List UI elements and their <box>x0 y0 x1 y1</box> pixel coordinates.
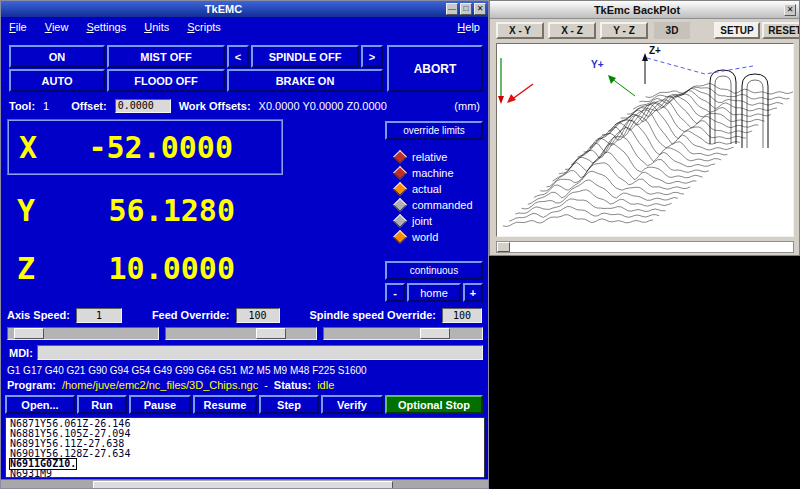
setup-button[interactable]: SETUP <box>714 22 760 39</box>
run-button[interactable]: Run <box>77 395 127 414</box>
jog-plus-button[interactable]: + <box>463 283 483 302</box>
work-offsets-value: X0.0000 Y0.0000 Z0.0000 <box>259 100 387 112</box>
dro-y-value: 56.1280 <box>35 193 283 228</box>
radio-label: world <box>412 231 438 243</box>
view-3d-button[interactable]: 3D <box>654 22 690 39</box>
jog-mode-continuous-button[interactable]: continuous <box>385 261 483 280</box>
tool-row: Tool: 1 Offset: Work Offsets: X0.0000 Y0… <box>9 97 480 114</box>
radio-label: relative <box>412 151 447 163</box>
menu-help[interactable]: Help <box>457 21 480 33</box>
program-line: N6931M9 <box>10 469 480 479</box>
radio-diamond-commanded <box>393 198 407 212</box>
spindle-decrease-button[interactable]: < <box>227 45 249 68</box>
program-separator: - <box>264 379 268 391</box>
radio-label: machine <box>412 167 454 179</box>
dro-z-value: 10.0000 <box>35 251 283 286</box>
program-path: /home/juve/emc2/nc_files/3D_Chips.ngc <box>62 379 258 391</box>
backplot-title: TkEmc BackPlot <box>490 4 784 16</box>
view-xz-button[interactable]: X - Z <box>548 22 596 39</box>
view-xy-button[interactable]: X - Y <box>496 22 544 39</box>
program-line: N6901Y56.128Z-27.634 <box>10 449 480 459</box>
menubar: File View Settings Units Scripts Help <box>1 17 488 37</box>
open-button[interactable]: Open... <box>5 395 75 414</box>
radio-label: commanded <box>412 199 473 211</box>
menu-settings[interactable]: Settings <box>86 21 126 33</box>
tool-label: Tool: <box>9 100 35 112</box>
scrollbar-thumb[interactable] <box>93 481 393 489</box>
feed-override-slider-thumb[interactable] <box>256 328 286 339</box>
backplot-horizontal-scrollbar[interactable] <box>496 241 794 253</box>
program-row: Program: /home/juve/emc2/nc_files/3D_Chi… <box>7 379 484 391</box>
window-title: TkEMC <box>1 3 446 15</box>
jog-minus-button[interactable]: - <box>385 283 405 302</box>
feed-override-value: 100 <box>236 308 280 323</box>
brake-button[interactable]: BRAKE ON <box>227 69 383 92</box>
program-horizontal-scrollbar[interactable] <box>1 479 489 489</box>
verify-button[interactable]: Verify <box>321 395 383 414</box>
reset-button[interactable]: RESET <box>762 22 800 39</box>
pause-button[interactable]: Pause <box>129 395 191 414</box>
radio-relative[interactable]: relative <box>393 149 473 165</box>
menu-view[interactable]: View <box>45 21 69 33</box>
spindle-override-slider-thumb[interactable] <box>420 328 450 339</box>
z-axis-label: Z+ <box>649 45 661 56</box>
machine-on-button[interactable]: ON <box>9 45 105 68</box>
feed-override-slider[interactable] <box>165 327 317 340</box>
override-limits-button[interactable]: override limits <box>385 121 483 140</box>
view-yz-button[interactable]: Y - Z <box>600 22 648 39</box>
mode-auto-button[interactable]: AUTO <box>9 69 105 92</box>
home-button[interactable]: home <box>407 283 461 302</box>
minimize-icon[interactable]: — <box>446 3 458 15</box>
mist-button[interactable]: MIST OFF <box>107 45 225 68</box>
flood-button[interactable]: FLOOD OFF <box>107 69 225 92</box>
radio-world[interactable]: world <box>393 229 473 245</box>
spindle-override-slider[interactable] <box>323 327 483 340</box>
units-label: (mm) <box>454 100 480 112</box>
status-label: Status: <box>274 379 311 391</box>
radio-joint[interactable]: joint <box>393 213 473 229</box>
menu-units[interactable]: Units <box>144 21 169 33</box>
tkemc-titlebar[interactable]: TkEMC — □ ✕ <box>1 1 488 17</box>
backplot-close-icon[interactable]: ✕ <box>784 4 796 16</box>
mdi-input[interactable] <box>37 345 483 360</box>
abort-button[interactable]: ABORT <box>387 45 483 92</box>
backplot-scrollbar-thumb[interactable] <box>497 242 510 252</box>
resume-button[interactable]: Resume <box>193 395 257 414</box>
step-button[interactable]: Step <box>259 395 319 414</box>
offset-field[interactable] <box>115 99 171 113</box>
radio-diamond-actual <box>393 182 407 196</box>
axis-speed-slider-thumb[interactable] <box>14 328 44 339</box>
radio-actual[interactable]: actual <box>393 181 473 197</box>
menu-scripts[interactable]: Scripts <box>187 21 221 33</box>
active-gcodes: G1 G17 G40 G21 G90 G94 G54 G49 G99 G64 G… <box>7 365 484 376</box>
work-offsets-label: Work Offsets: <box>179 100 251 112</box>
radio-label: joint <box>412 215 432 227</box>
axis-speed-label: Axis Speed: <box>7 309 70 321</box>
spindle-increase-button[interactable]: > <box>361 45 383 68</box>
backplot-canvas[interactable]: Z+ Y+ <box>496 43 794 237</box>
dro-z-row: Z 10.0000 <box>7 245 283 291</box>
dro-x-value: -52.0000 <box>37 130 281 165</box>
close-icon[interactable]: ✕ <box>474 3 486 15</box>
tool-value: 1 <box>43 100 49 112</box>
radio-diamond-relative <box>393 150 407 164</box>
menu-file[interactable]: File <box>9 21 27 33</box>
radio-machine[interactable]: machine <box>393 165 473 181</box>
axis-speed-slider[interactable] <box>7 327 159 340</box>
spindle-override-value: 100 <box>442 308 482 323</box>
dro-y-row: Y 56.1280 <box>7 187 283 233</box>
program-listing[interactable]: N6871Y56.061Z-26.146 N6881Y56.105Z-27.09… <box>5 417 485 478</box>
feed-override-label: Feed Override: <box>152 309 230 321</box>
dro-x-row: X -52.0000 <box>7 119 283 175</box>
tkemc-window: TkEMC — □ ✕ File View Settings Units Scr… <box>0 0 489 489</box>
spindle-button[interactable]: SPINDLE OFF <box>251 45 359 68</box>
y-axis-label: Y+ <box>591 59 604 70</box>
mdi-label: MDI: <box>9 347 33 359</box>
radio-commanded[interactable]: commanded <box>393 197 473 213</box>
radio-diamond-world <box>393 230 407 244</box>
maximize-icon[interactable]: □ <box>460 3 472 15</box>
backplot-titlebar[interactable]: TkEmc BackPlot ✕ <box>490 1 799 19</box>
speed-row: Axis Speed: 1 Feed Override: 100 Spindle… <box>7 307 482 323</box>
optional-stop-button[interactable]: Optional Stop <box>385 395 483 414</box>
backplot-canvas-svg <box>497 44 793 236</box>
